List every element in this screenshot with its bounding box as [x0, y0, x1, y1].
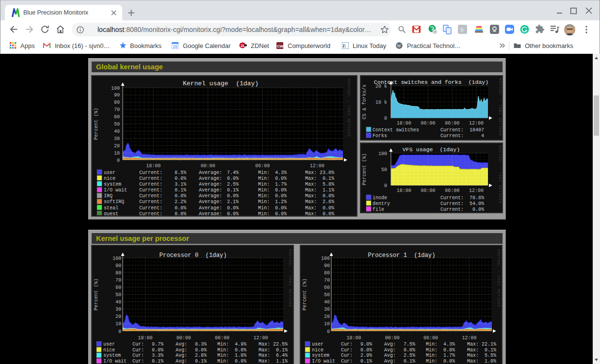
svg-text:0.0%: 0.0%	[275, 206, 287, 211]
svg-text:Percent (%): Percent (%)	[302, 278, 308, 310]
svg-text:12:00: 12:00	[462, 335, 476, 341]
svg-text:60: 60	[115, 285, 121, 290]
svg-text:Current:: Current:	[440, 127, 464, 133]
svg-text:00:00: 00:00	[421, 188, 435, 193]
svg-text:0: 0	[118, 329, 121, 334]
svg-text:0.0%: 0.0%	[175, 206, 186, 211]
svg-text:0.1%: 0.1%	[404, 359, 415, 364]
svg-text:Percent (%): Percent (%)	[94, 278, 99, 310]
svg-text:06:00: 06:00	[445, 188, 459, 193]
svg-text:Min:: Min:	[258, 170, 270, 175]
svg-text:VFS usage (1day): VFS usage (1day)	[403, 146, 460, 153]
svg-text:20: 20	[324, 314, 330, 319]
svg-text:8.5%: 8.5%	[175, 170, 186, 175]
svg-text:Min:: Min:	[426, 359, 438, 364]
svg-text:20 k: 20 k	[375, 84, 387, 89]
svg-text:0: 0	[117, 158, 120, 163]
svg-text:Max:: Max:	[259, 359, 270, 364]
svg-text:18:00: 18:00	[346, 335, 361, 341]
svg-text:10: 10	[114, 151, 120, 156]
svg-text:60: 60	[114, 114, 120, 120]
svg-text:90: 90	[324, 263, 330, 269]
svg-text:00:00: 00:00	[385, 335, 400, 341]
svg-text:Min:: Min:	[217, 342, 229, 347]
svg-text:Max:: Max:	[467, 348, 479, 353]
svg-text:10: 10	[324, 321, 330, 327]
svg-text:70: 70	[324, 278, 330, 283]
svg-text:0.0%: 0.0%	[175, 211, 186, 215]
svg-text:0.1%: 0.1%	[227, 188, 239, 193]
svg-text:RRDTOOL / TOBI OETIKER: RRDTOOL / TOBI OETIKER	[288, 249, 292, 307]
svg-text:2.9%: 2.9%	[360, 353, 372, 358]
svg-text:W: W	[397, 44, 401, 48]
svg-text:0.1%: 0.1%	[323, 176, 334, 181]
svg-text:4.3%: 4.3%	[275, 170, 287, 175]
svg-text:2.6%: 2.6%	[323, 199, 334, 205]
svg-text:20: 20	[114, 143, 120, 149]
svg-text:Cur:: Cur:	[341, 359, 353, 364]
svg-text:RRDTOOL / TOBI OETIKER: RRDTOOL / TOBI OETIKER	[498, 78, 502, 136]
svg-text:30: 30	[115, 307, 121, 312]
svg-text:Context switches: Context switches	[373, 127, 419, 133]
svg-text:3.3%: 3.3%	[152, 353, 163, 358]
svg-text:18:00: 18:00	[397, 188, 411, 193]
svg-text:0.1%: 0.1%	[195, 359, 207, 364]
svg-text:2.1%: 2.1%	[227, 199, 239, 205]
svg-text:Max:: Max:	[305, 199, 317, 205]
svg-text:00:00: 00:00	[201, 163, 215, 169]
svg-text:18:00: 18:00	[138, 335, 152, 341]
svg-text:Kernel usage (1day): Kernel usage (1day)	[183, 80, 259, 87]
svg-text:Max:: Max:	[305, 211, 317, 215]
svg-text:Avg:: Avg:	[176, 353, 187, 358]
svg-text:Min:: Min:	[426, 348, 438, 353]
svg-text:4.3%: 4.3%	[443, 342, 455, 347]
svg-text:Max:: Max:	[259, 342, 270, 347]
svg-text:06:00: 06:00	[215, 335, 229, 341]
svg-text:Current:: Current:	[139, 182, 162, 187]
svg-text:Cur:: Cur:	[132, 353, 144, 358]
svg-text:50: 50	[114, 122, 120, 127]
svg-text:6.4%: 6.4%	[276, 353, 288, 358]
svg-text:9.0%: 9.0%	[360, 342, 372, 347]
svg-text:system: system	[104, 182, 121, 187]
svg-text:Max:: Max:	[305, 188, 317, 193]
svg-text:steal: steal	[104, 206, 118, 211]
svg-text:Avg:: Avg:	[384, 348, 396, 353]
svg-text:40: 40	[115, 300, 121, 305]
svg-text:Min:: Min:	[426, 353, 438, 358]
svg-text:06:00: 06:00	[445, 121, 459, 126]
svg-text:Current:: Current:	[139, 206, 162, 211]
svg-text:R: R	[460, 27, 464, 32]
svg-text:4: 4	[481, 133, 484, 139]
svg-text:0.0%: 0.0%	[323, 193, 334, 199]
svg-text:Avg:: Avg:	[176, 348, 187, 353]
svg-text:0.0%: 0.0%	[323, 206, 334, 211]
svg-text:Average:: Average:	[199, 193, 222, 199]
svg-text:Min:: Min:	[258, 193, 270, 199]
svg-text:Min:: Min:	[258, 206, 270, 211]
svg-text:0.0%: 0.0%	[235, 359, 246, 364]
svg-text:60: 60	[324, 285, 330, 290]
svg-text:12:00: 12:00	[253, 335, 268, 341]
svg-text:50: 50	[324, 292, 330, 298]
svg-text:Current:: Current:	[139, 211, 162, 215]
svg-text:Min:: Min:	[258, 211, 270, 215]
svg-text:70: 70	[115, 278, 121, 283]
svg-text:Min:: Min:	[217, 348, 229, 353]
svg-text:0: 0	[384, 183, 387, 189]
svg-text:Forks: Forks	[373, 133, 387, 139]
svg-text:0: 0	[384, 116, 387, 121]
svg-text:Max:: Max:	[467, 342, 479, 347]
svg-text:Current:: Current:	[139, 193, 162, 199]
svg-text:70.6%: 70.6%	[470, 195, 484, 201]
svg-text:2.5%: 2.5%	[404, 353, 415, 358]
svg-text:Cur:: Cur:	[132, 342, 144, 347]
svg-text:Average:: Average:	[199, 199, 222, 205]
svg-text:0.0%: 0.0%	[323, 211, 334, 215]
svg-text:Current:: Current:	[139, 199, 162, 205]
svg-text:softIRQ: softIRQ	[104, 199, 124, 205]
svg-text:3.1%: 3.1%	[175, 182, 186, 187]
svg-text:5.8%: 5.8%	[323, 182, 334, 187]
svg-text:user: user	[312, 342, 324, 347]
svg-text:Cur:: Cur:	[341, 342, 353, 347]
